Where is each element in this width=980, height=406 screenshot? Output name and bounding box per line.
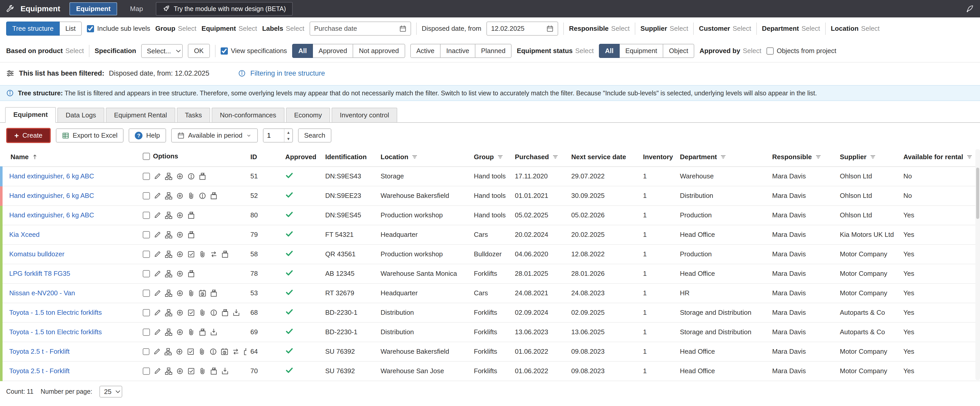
edit-icon[interactable] <box>154 309 161 317</box>
view-specifications[interactable]: View specifications <box>221 47 287 55</box>
edit-icon[interactable] <box>154 172 161 180</box>
flag-box-icon[interactable] <box>187 231 195 239</box>
filter-icon[interactable] <box>552 153 559 160</box>
row-checkbox[interactable] <box>143 251 150 258</box>
column-header-identification[interactable]: Identification <box>321 148 377 167</box>
filter-icon[interactable] <box>720 153 727 160</box>
column-header-location[interactable]: Location <box>377 148 470 167</box>
location-select[interactable]: LocationSelect <box>831 25 880 33</box>
equipment-name-link[interactable]: Toyota 2.5 t - Forklift <box>9 347 70 355</box>
flag-box-icon[interactable] <box>210 290 218 297</box>
hierarchy-icon[interactable] <box>164 348 172 355</box>
paperclip-icon[interactable] <box>187 290 195 297</box>
include-sub-levels-checkbox[interactable] <box>87 25 94 32</box>
filter-icon[interactable] <box>966 153 973 160</box>
download-box-icon[interactable] <box>232 309 240 317</box>
flag-box-icon[interactable] <box>210 192 218 200</box>
download-box-icon[interactable] <box>221 367 229 375</box>
approval-all-button[interactable]: All <box>292 44 313 58</box>
crosshair-icon[interactable] <box>176 367 184 375</box>
crosshair-icon[interactable] <box>176 309 184 317</box>
row-checkbox[interactable] <box>143 173 150 180</box>
row-checkbox[interactable] <box>143 290 150 297</box>
stepper-down-icon[interactable]: ▼ <box>285 135 293 142</box>
approval-not-approved-button[interactable]: Not approved <box>353 44 405 58</box>
equipment-name-link[interactable]: Nissan e-NV200 - Van <box>9 289 75 297</box>
topnav-equipment[interactable]: Equipment <box>70 2 117 15</box>
edit-icon[interactable] <box>154 328 161 336</box>
equipment-name-link[interactable]: Toyota 2.5 t - Forklift <box>9 367 70 375</box>
help-button[interactable]: ? Help <box>129 128 166 143</box>
approved-by-select[interactable]: Approved bySelect <box>699 47 761 55</box>
responsible-select[interactable]: ResponsibleSelect <box>569 25 630 33</box>
column-header-available-for-rental[interactable]: Available for rental <box>899 148 980 167</box>
tab-non-conformances[interactable]: Non-conformances <box>212 108 285 122</box>
hierarchy-icon[interactable] <box>165 270 172 278</box>
column-header-approved[interactable]: Approved <box>281 148 321 167</box>
hierarchy-icon[interactable] <box>165 212 172 219</box>
approval-approved-button[interactable]: Approved <box>312 44 353 58</box>
available-in-period-dropdown[interactable]: Available in period <box>171 128 258 143</box>
column-header-next-service-date[interactable]: Next service date <box>567 148 639 167</box>
crosshair-icon[interactable] <box>175 348 183 355</box>
stepper-up-icon[interactable]: ▲ <box>285 129 293 135</box>
flag-box-icon[interactable] <box>210 367 218 375</box>
select-all-checkbox[interactable] <box>143 153 150 160</box>
row-checkbox[interactable] <box>143 329 150 336</box>
equipment-name-link[interactable]: Komatsu bulldozer <box>9 250 64 258</box>
edit-icon[interactable] <box>154 290 161 297</box>
topnav-map[interactable]: Map <box>123 2 150 15</box>
column-header-purchased[interactable]: Purchased <box>511 148 567 167</box>
hierarchy-icon[interactable] <box>165 192 172 200</box>
flag-box-icon[interactable] <box>243 348 246 355</box>
state-active-button[interactable]: Active <box>410 44 441 58</box>
department-select[interactable]: DepartmentSelect <box>762 25 820 33</box>
edit-icon[interactable] <box>154 270 161 278</box>
disposed-date-input[interactable]: 12.02.2025 <box>487 22 558 36</box>
filter-icon[interactable] <box>411 153 418 160</box>
column-header-group[interactable]: Group <box>470 148 511 167</box>
swap-icon[interactable] <box>210 250 218 258</box>
purchase-date-input[interactable]: Purchase date <box>310 22 411 36</box>
create-button[interactable]: + Create <box>6 128 51 143</box>
column-header-department[interactable]: Department <box>676 148 768 167</box>
checklist-icon[interactable] <box>187 250 195 258</box>
row-checkbox[interactable] <box>143 212 150 219</box>
row-checkbox[interactable] <box>143 270 150 277</box>
download-box-icon[interactable] <box>210 328 218 336</box>
type-object-button[interactable]: Object <box>663 44 694 58</box>
hierarchy-icon[interactable] <box>165 250 172 258</box>
column-header-id[interactable]: ID <box>246 148 281 167</box>
calendar-icon[interactable] <box>399 25 406 32</box>
hierarchy-icon[interactable] <box>165 367 172 375</box>
equipment-name-link[interactable]: LPG forklift T8 FG35 <box>9 270 70 277</box>
crosshair-icon[interactable] <box>176 328 184 336</box>
search-button[interactable]: Search <box>298 128 331 143</box>
type-equipment-button[interactable]: Equipment <box>619 44 663 58</box>
labels-select[interactable]: LabelsSelect <box>262 25 304 33</box>
edit-icon[interactable] <box>154 192 161 200</box>
crosshair-icon[interactable] <box>176 192 184 200</box>
table-scrollbar[interactable] <box>975 149 980 380</box>
based-on-product-select[interactable]: Based on productSelect <box>6 47 84 55</box>
checklist-icon[interactable] <box>187 348 194 355</box>
ok-button[interactable]: OK <box>188 44 210 58</box>
equipment-name-link[interactable]: Toyota - 1.5 ton Electric forklifts <box>9 328 102 336</box>
equipment-status-select[interactable]: Equipment statusSelect <box>517 47 593 55</box>
paperclip-icon[interactable] <box>187 192 195 200</box>
tab-equipment[interactable]: Equipment <box>5 107 56 123</box>
row-checkbox[interactable] <box>143 309 150 316</box>
alert-icon[interactable] <box>210 309 218 317</box>
filter-icon[interactable] <box>870 153 876 160</box>
equipment-name-link[interactable]: Kia Xceed <box>9 231 40 238</box>
checklist-icon[interactable] <box>187 309 195 317</box>
equipment-select[interactable]: EquipmentSelect <box>201 25 257 33</box>
customer-select[interactable]: CustomerSelect <box>699 25 751 33</box>
flag-box-icon[interactable] <box>221 250 229 258</box>
view-specifications-checkbox[interactable] <box>221 48 228 54</box>
type-all-button[interactable]: All <box>599 44 620 58</box>
state-planned-button[interactable]: Planned <box>475 44 512 58</box>
row-checkbox[interactable] <box>143 368 150 375</box>
edit-icon[interactable] <box>153 348 161 355</box>
row-checkbox[interactable] <box>143 348 150 355</box>
